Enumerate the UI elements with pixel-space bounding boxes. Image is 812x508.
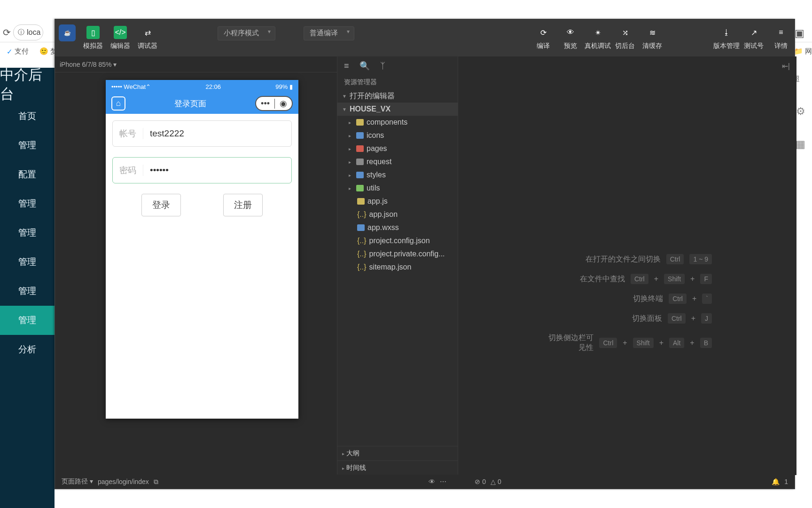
- account-value[interactable]: test2222: [150, 128, 184, 139]
- reload-icon[interactable]: ⟳: [3, 27, 11, 38]
- more-icon[interactable]: ⋯: [440, 478, 446, 485]
- folder-utils[interactable]: ▸utils: [337, 182, 458, 195]
- folder-icons[interactable]: ▸icons: [337, 129, 458, 142]
- preview-button[interactable]: 👁预览: [557, 23, 584, 54]
- home-icon[interactable]: ⌂: [111, 96, 125, 111]
- phone-statusbar: ••••• WeChat⌃ 22:06 99% ▮: [106, 80, 298, 93]
- file-sitemap[interactable]: {..}sitemap.json: [337, 261, 458, 274]
- project-root[interactable]: ▼HOUSE_VX: [337, 103, 458, 116]
- version-button[interactable]: ⭳版本管理: [713, 23, 740, 54]
- time-label: 22:06: [205, 83, 221, 90]
- carrier-label: ••••• WeChat⌃: [111, 83, 151, 90]
- settings-icon[interactable]: ⚙: [796, 105, 805, 118]
- testid-button[interactable]: ↗测试号: [740, 23, 767, 54]
- file-appjson[interactable]: {..}app.json: [337, 208, 458, 221]
- capsule-close-icon[interactable]: ◉: [275, 98, 292, 109]
- password-field[interactable]: 密码 ••••••: [112, 157, 292, 183]
- timeline-section[interactable]: ▸ 时间线: [337, 460, 458, 475]
- admin-nav-5[interactable]: 管理: [0, 247, 55, 277]
- folder-components[interactable]: ▸components: [337, 116, 458, 129]
- admin-nav-6[interactable]: 管理: [0, 277, 55, 306]
- file-appjs[interactable]: app.js: [337, 195, 458, 208]
- open-editors-section[interactable]: ▼打开的编辑器: [337, 89, 458, 103]
- mode-select[interactable]: 小程序模式: [218, 23, 275, 40]
- browser-viewport: ⟳ ⓘ loca ☆ ▣ ✓支付 🙂 梦 中介后台 首页 管理 配置 管理 管理…: [0, 0, 812, 508]
- devtool-window: ☕ ▯模拟器 </>编辑器 ⇄调试器 小程序模式 普通编译 ⟳编译 👁预览 ✴真…: [55, 19, 795, 489]
- app-logo: ☕: [59, 24, 76, 41]
- password-label: 密码: [119, 165, 143, 176]
- explorer-title: 资源管理器: [337, 75, 458, 89]
- capsule-menu[interactable]: •••◉: [255, 96, 293, 111]
- copy-path-icon[interactable]: ⧉: [154, 478, 158, 486]
- path-label[interactable]: 页面路径 ▾: [62, 477, 93, 486]
- statusbar: 页面路径 ▾ pages/login/index ⧉ 👁 ⋯ ⊘ 0 △ 0 🔔…: [55, 475, 795, 489]
- warnings-count[interactable]: △ 0: [491, 478, 501, 485]
- folder-pages[interactable]: ▸pages: [337, 142, 458, 155]
- extensions-icon[interactable]: ▣: [795, 27, 804, 40]
- file-tree: ▼打开的编辑器 ▼HOUSE_VX ▸components ▸icons ▸pa…: [337, 89, 458, 274]
- explorer-iconbar: ≡ 🔍 ᛉ: [337, 56, 458, 75]
- phone-body: 帐号 test2222 密码 •••••• 登录 注册: [106, 114, 298, 223]
- simulator-tab[interactable]: ▯模拟器: [79, 23, 107, 54]
- errors-count[interactable]: ⊘ 0: [475, 478, 486, 485]
- admin-nav-4[interactable]: 管理: [0, 218, 55, 247]
- outline-section[interactable]: ▸ 大纲: [337, 446, 458, 460]
- login-button[interactable]: 登录: [141, 194, 181, 216]
- admin-nav-8[interactable]: 分析: [0, 335, 55, 364]
- password-value[interactable]: ••••••: [150, 165, 169, 175]
- clearcache-button[interactable]: ≋清缓存: [639, 23, 666, 54]
- bookmark-pay[interactable]: ✓支付: [7, 47, 29, 56]
- compilemode-select[interactable]: 普通编译: [304, 23, 354, 40]
- file-projectconfig[interactable]: {..}project.config.json: [337, 234, 458, 247]
- admin-sidebar: 中介后台 首页 管理 配置 管理 管理 管理 管理 管理 分析: [0, 68, 55, 508]
- admin-nav-2[interactable]: 配置: [0, 160, 55, 189]
- shortcut-hints: 在打开的文件之间切换Ctrl1 ~ 9 在文件中查找Ctrl+Shift+F 切…: [543, 254, 712, 362]
- line-col[interactable]: 1: [784, 478, 788, 485]
- compile-button[interactable]: ⟳编译: [530, 23, 557, 54]
- admin-nav-1[interactable]: 管理: [0, 131, 55, 160]
- explorer-branch-icon[interactable]: ᛉ: [380, 61, 385, 71]
- battery-label: 99% ▮: [275, 83, 293, 90]
- register-button[interactable]: 注册: [223, 194, 263, 216]
- detail-button[interactable]: ≡详情: [767, 23, 795, 54]
- device-label[interactable]: iPhone 6/7/8 85% ▾: [60, 61, 117, 68]
- admin-title: 中介后台: [0, 68, 55, 102]
- address-bar[interactable]: loca: [13, 24, 43, 40]
- debugger-tab[interactable]: ⇄调试器: [134, 23, 161, 54]
- account-label: 帐号: [119, 128, 143, 139]
- page-path[interactable]: pages/login/index: [98, 478, 149, 485]
- editor-tab[interactable]: </>编辑器: [107, 23, 134, 54]
- eye-icon[interactable]: 👁: [429, 478, 435, 485]
- admin-nav-0[interactable]: 首页: [0, 102, 55, 131]
- phone-navbar: ⌂ 登录页面 •••◉: [106, 93, 298, 114]
- devtool-toolbar: ☕ ▯模拟器 </>编辑器 ⇄调试器 小程序模式 普通编译 ⟳编译 👁预览 ✴真…: [55, 19, 795, 56]
- split-editor-icon[interactable]: ⇤|: [782, 62, 790, 71]
- editor-pane: ⇤| 在打开的文件之间切换Ctrl1 ~ 9 在文件中查找Ctrl+Shift+…: [458, 56, 796, 475]
- file-appwxss[interactable]: app.wxss: [337, 221, 458, 234]
- page-title: 登录页面: [174, 98, 206, 109]
- realdebug-button[interactable]: ✴真机调试: [584, 23, 611, 54]
- phone-frame: ••••• WeChat⌃ 22:06 99% ▮ ⌂ 登录页面 •••◉ 帐号…: [106, 80, 298, 419]
- admin-nav-3[interactable]: 管理: [0, 189, 55, 218]
- apps-icon[interactable]: ▦: [796, 138, 805, 151]
- capsule-more-icon[interactable]: •••: [256, 99, 275, 109]
- bell-icon[interactable]: 🔔: [772, 478, 780, 485]
- file-projectprivate[interactable]: {..}project.private.config...: [337, 247, 458, 261]
- folder-request[interactable]: ▸request: [337, 155, 458, 168]
- account-field[interactable]: 帐号 test2222: [112, 120, 292, 147]
- explorer-search-icon[interactable]: 🔍: [359, 61, 370, 71]
- admin-nav-7[interactable]: 管理: [0, 306, 55, 335]
- explorer-list-icon[interactable]: ≡: [344, 61, 349, 71]
- folder-styles[interactable]: ▸styles: [337, 168, 458, 182]
- bookmark-right[interactable]: 📁 网: [794, 47, 812, 56]
- explorer-pane: ≡ 🔍 ᛉ 资源管理器 ▼打开的编辑器 ▼HOUSE_VX ▸component…: [337, 56, 458, 475]
- bgswitch-button[interactable]: ⤮切后台: [611, 23, 639, 54]
- simulator-pane: ••••• WeChat⌃ 22:06 99% ▮ ⌂ 登录页面 •••◉ 帐号…: [55, 72, 337, 463]
